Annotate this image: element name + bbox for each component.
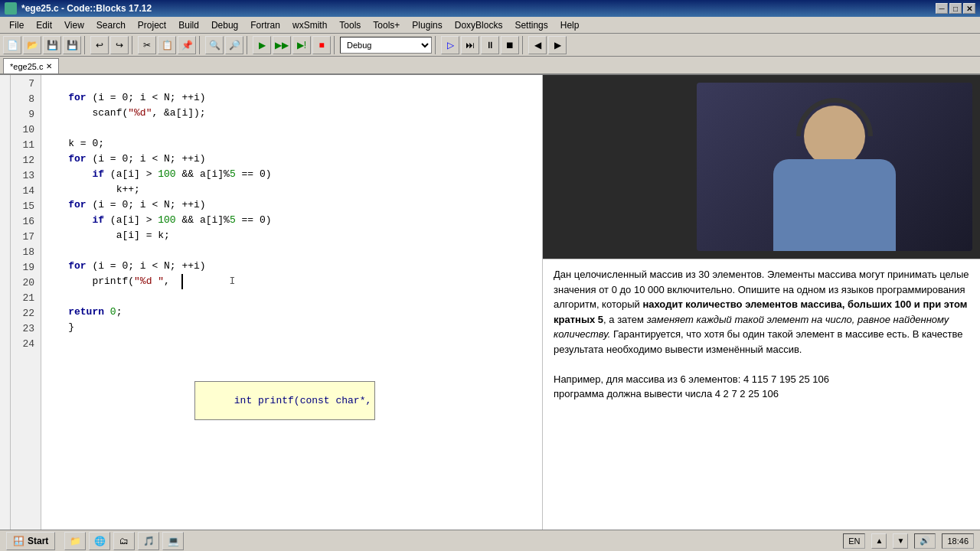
- code-line-19: for (i = 0; i < N; ++i): [41, 259, 542, 274]
- ln-17: 17: [14, 230, 38, 245]
- start-button[interactable]: 🪟 Start: [6, 532, 55, 550]
- vol-up[interactable]: ▲: [871, 533, 887, 549]
- taskbar-app[interactable]: 💻: [162, 532, 184, 550]
- lang-text: EN: [848, 536, 860, 546]
- window-controls[interactable]: ─ □ ✕: [936, 3, 975, 14]
- code-line-7: [41, 75, 542, 90]
- bp-17: [0, 228, 10, 243]
- menu-item-edit[interactable]: Edit: [30, 18, 58, 32]
- tab-ege25[interactable]: *ege25.c ✕: [3, 58, 59, 73]
- menu-item-project[interactable]: Project: [132, 18, 172, 32]
- separator6: [435, 36, 438, 54]
- new-button[interactable]: 📄: [3, 36, 21, 54]
- title-text: *ege25.c - Code::Blocks 17.12: [21, 3, 152, 14]
- debug-step[interactable]: ⏭: [461, 36, 479, 54]
- menu-bar: FileEditViewSearchProjectBuildDebugFortr…: [0, 17, 980, 34]
- menu-item-tools+[interactable]: Tools+: [367, 18, 406, 32]
- close-button[interactable]: ✕: [963, 3, 975, 14]
- menu-item-file[interactable]: File: [3, 18, 30, 32]
- menu-item-settings[interactable]: Settings: [508, 18, 554, 32]
- ln-16: 16: [14, 214, 38, 230]
- build-run-button[interactable]: ▶!: [292, 36, 311, 54]
- taskbar-windows[interactable]: 🗂: [113, 532, 135, 550]
- title-bar: *ege25.c - Code::Blocks 17.12 ─ □ ✕: [0, 0, 980, 17]
- bp-20: [0, 274, 10, 289]
- task-example: Например, для массива из 6 элементов: 4 …: [554, 373, 829, 400]
- bp-11: [0, 136, 10, 152]
- bp-13: [0, 167, 10, 182]
- tab-label: *ege25.c: [10, 62, 43, 71]
- vol-down[interactable]: ▼: [893, 533, 908, 549]
- taskbar-browser[interactable]: 🌐: [89, 532, 110, 550]
- save-button[interactable]: 💾: [43, 36, 61, 54]
- menu-item-search[interactable]: Search: [90, 18, 132, 32]
- code-line-17: a[i] = k;: [41, 228, 542, 243]
- ln-12: 12: [14, 153, 38, 168]
- code-line-9: scanf("%d", &a[i]);: [41, 106, 542, 121]
- taskbar-media[interactable]: 🎵: [138, 532, 159, 550]
- debug-pause[interactable]: ⏸: [481, 36, 499, 54]
- code-line-14: k++;: [41, 182, 542, 197]
- search-button[interactable]: 🔍: [205, 36, 224, 54]
- run-button[interactable]: ▶▶: [273, 36, 291, 54]
- maximize-button[interactable]: □: [949, 3, 962, 14]
- person-silhouette: [697, 83, 972, 251]
- menu-item-fortran[interactable]: Fortran: [244, 18, 286, 32]
- menu-item-build[interactable]: Build: [172, 18, 205, 32]
- menu-item-plugins[interactable]: Plugins: [406, 18, 448, 32]
- undo-button[interactable]: ↩: [90, 36, 109, 54]
- redo-button[interactable]: ↪: [110, 36, 129, 54]
- ln-14: 14: [14, 184, 38, 199]
- nav-forward[interactable]: ▶: [548, 36, 567, 54]
- bp-14: [0, 182, 10, 197]
- code-line-22: return 0;: [41, 305, 542, 320]
- separator7: [522, 36, 525, 54]
- menu-item-tools[interactable]: Tools: [333, 18, 367, 32]
- build-target-dropdown[interactable]: Debug Release: [340, 37, 432, 54]
- menu-item-wxsmith[interactable]: wxSmith: [286, 18, 333, 32]
- bp-9: [0, 106, 10, 121]
- autocomplete-popup: int printf(const char*,: [194, 381, 375, 420]
- ln-11: 11: [14, 138, 38, 153]
- code-line-23: }: [41, 320, 542, 335]
- stop-button[interactable]: ■: [312, 36, 331, 54]
- start-label: Start: [28, 536, 48, 546]
- debug-stop[interactable]: ⏹: [501, 36, 519, 54]
- line-numbers: 7 8 9 10 11 12 13 14 15 16 17 18 19 20 2…: [11, 75, 41, 530]
- code-line-12: for (i = 0; i < N; ++i): [41, 152, 542, 167]
- ln-19: 19: [14, 260, 38, 276]
- start-icon: 🪟: [13, 536, 24, 546]
- menu-item-view[interactable]: View: [58, 18, 90, 32]
- bp-7: [0, 75, 10, 90]
- replace-button[interactable]: 🔎: [225, 36, 243, 54]
- ln-22: 22: [14, 306, 38, 321]
- save-all-button[interactable]: 💾: [63, 36, 81, 54]
- copy-button[interactable]: 📋: [158, 36, 176, 54]
- code-line-11: k = 0;: [41, 136, 542, 152]
- taskbar-explorer[interactable]: 📁: [64, 532, 86, 550]
- separator4: [247, 36, 250, 54]
- ln-7: 7: [14, 77, 38, 92]
- minimize-button[interactable]: ─: [936, 3, 948, 14]
- menu-item-doxyblocks[interactable]: DoxyBlocks: [449, 18, 509, 32]
- paste-button[interactable]: 📌: [178, 36, 196, 54]
- menu-item-debug[interactable]: Debug: [205, 18, 244, 32]
- person-head: [804, 106, 865, 167]
- build-button[interactable]: ▶: [253, 36, 271, 54]
- tab-close-button[interactable]: ✕: [46, 62, 52, 70]
- breakpoint-gutter: [0, 75, 11, 530]
- nav-back[interactable]: ◀: [528, 36, 547, 54]
- code-editor[interactable]: for (i = 0; i < N; ++i) scanf("%d", &a[i…: [41, 75, 543, 530]
- main-area: 7 8 9 10 11 12 13 14 15 16 17 18 19 20 2…: [0, 75, 980, 530]
- task-description: Дан целочисленный массив из 30 элементов…: [543, 259, 980, 530]
- person-body: [773, 159, 896, 251]
- ln-18: 18: [14, 245, 38, 260]
- cut-button[interactable]: ✂: [138, 36, 156, 54]
- ln-23: 23: [14, 321, 38, 337]
- menu-item-help[interactable]: Help: [554, 18, 586, 32]
- open-button[interactable]: 📂: [23, 36, 41, 54]
- ln-21: 21: [14, 291, 38, 306]
- tab-bar: *ege25.c ✕: [0, 57, 980, 75]
- bp-16: [0, 213, 10, 228]
- debug-button[interactable]: ▷: [441, 36, 459, 54]
